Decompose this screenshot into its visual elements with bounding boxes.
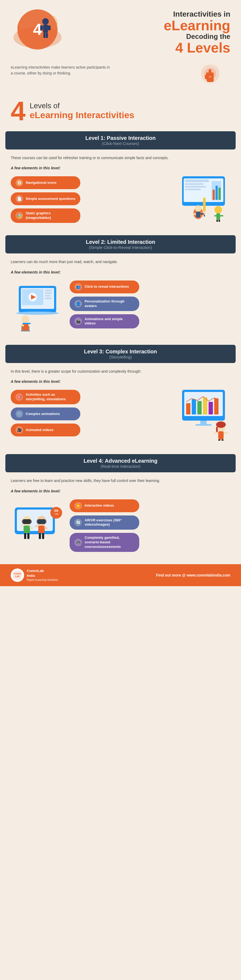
level2-header: Level 2: Limited Interaction (Simple Cli… <box>5 235 236 253</box>
level2-items: 👥 Click to reveal interactions 👤 Persona… <box>70 280 230 329</box>
arvr-icon: 🔄 <box>75 519 82 526</box>
svg-rect-63 <box>197 401 201 414</box>
level2-description: Learners can do much more than just read… <box>0 253 241 267</box>
item-label: Interactive videos <box>85 503 114 508</box>
item-label: Animations and simple videos <box>85 317 135 326</box>
level1-items: 🧭 Navigational icons 📄 Simple assessment… <box>11 176 171 223</box>
header-section: 4 Interactivities in eLearning Decoding … <box>0 0 241 62</box>
level3-items: 🎯 Activities such as storytelling, simul… <box>11 390 171 436</box>
level4-items: ▶️ Interactive videos 🔄 AR/VR exercises … <box>70 500 230 552</box>
svg-rect-68 <box>195 424 212 426</box>
item-label: Static graphics (images/tables) <box>26 211 76 220</box>
svg-rect-27 <box>219 188 220 200</box>
svg-point-3 <box>42 18 49 25</box>
item-label: Navigational icons <box>26 181 57 185</box>
animation-icon: 🎬 <box>75 317 82 325</box>
header-line3: Decoding the <box>70 32 230 41</box>
svg-point-35 <box>195 205 201 212</box>
complex-anim-icon: ⚙️ <box>16 410 23 418</box>
svg-rect-81 <box>22 520 23 523</box>
list-item: 🎬 Animations and simple videos <box>70 314 139 329</box>
svg-text:Lab: Lab <box>15 575 20 578</box>
svg-rect-48 <box>45 292 52 294</box>
svg-rect-93 <box>24 533 26 539</box>
logo-circle: Comm Lab <box>11 568 24 582</box>
list-item: 👤 Personalization through avatars <box>70 297 139 311</box>
level2-content: 👥 Click to reveal interactions 👤 Persona… <box>0 278 241 332</box>
header-line4: 4 Levels <box>70 41 230 55</box>
footer-logo: Comm Lab CommLab India Rapid eLearning S… <box>11 568 58 582</box>
svg-rect-85 <box>37 520 38 523</box>
list-item: 🔄 AR/VR exercises (360° videos/images) <box>70 515 139 530</box>
level1-content: 🧭 Navigational icons 📄 Simple assessment… <box>0 173 241 223</box>
level4-elements-label: A few elements in this level: <box>0 487 241 497</box>
svg-rect-8 <box>46 33 48 38</box>
level4-illustration: 360 °VR <box>11 497 64 551</box>
level3-subtitle: (Storytelling) <box>11 355 230 359</box>
level4-header: Level 4: Advanced eLearning (Real-time I… <box>5 454 236 473</box>
item-label: Simple assessment questions <box>26 197 76 201</box>
svg-rect-47 <box>45 290 52 291</box>
level1-title: Level 1: Passive Interaction <box>11 135 230 141</box>
svg-rect-95 <box>39 533 41 539</box>
svg-point-51 <box>16 312 59 315</box>
svg-text:360: 360 <box>54 509 59 512</box>
svg-rect-49 <box>45 295 50 297</box>
svg-rect-96 <box>42 533 44 539</box>
item-label: Personalization through avatars <box>85 299 135 309</box>
item-label: AR/VR exercises (360° videos/images) <box>85 518 135 527</box>
svg-rect-62 <box>192 399 196 414</box>
svg-text:Comm: Comm <box>14 572 21 575</box>
svg-rect-5 <box>40 25 43 30</box>
svg-text:°VR: °VR <box>54 513 59 515</box>
svg-rect-39 <box>203 198 206 211</box>
level4-subtitle: (Real-time Interaction) <box>11 464 230 469</box>
assessment-icon: 📄 <box>16 195 23 202</box>
svg-point-52 <box>22 316 29 323</box>
svg-rect-6 <box>48 25 51 30</box>
svg-rect-70 <box>218 431 224 439</box>
header-line1: Interactivities in <box>70 10 230 19</box>
level3-description: In this level, there is a greater scope … <box>0 363 241 377</box>
svg-rect-31 <box>220 215 224 216</box>
svg-rect-94 <box>27 533 29 539</box>
svg-rect-29 <box>216 213 220 220</box>
svg-rect-86 <box>45 520 46 523</box>
svg-rect-33 <box>219 220 220 222</box>
storytelling-icon: 🎯 <box>16 393 23 401</box>
svg-rect-30 <box>214 215 217 216</box>
svg-rect-80 <box>22 519 31 524</box>
gamified-icon: 🎮 <box>75 539 82 546</box>
svg-rect-15 <box>207 77 214 82</box>
svg-rect-87 <box>24 526 30 533</box>
svg-rect-25 <box>212 190 215 200</box>
level2-elements-label: A few elements in this level: <box>0 268 241 278</box>
interactive-video-icon: ▶️ <box>75 502 82 509</box>
nav-icon: 🧭 <box>16 179 23 186</box>
big-number-4: 4 <box>11 97 26 124</box>
level4-description: Learners are free to learn and practice … <box>0 473 241 486</box>
level3-illustration <box>177 387 230 442</box>
svg-rect-66 <box>214 398 219 414</box>
svg-rect-58 <box>22 323 30 324</box>
svg-point-71 <box>216 422 226 428</box>
levels-text: Levels of eLearning Interactivities <box>30 102 135 120</box>
header-illustration: 4 <box>11 8 64 56</box>
elearning-interactivities-text: eLearning Interactivities <box>30 110 135 120</box>
list-item: 👥 Click to reveal interactions <box>70 280 139 293</box>
level3-elements-label: A few elements in this level: <box>0 377 241 387</box>
level1-illustration <box>177 173 230 223</box>
list-item: ⚙️ Complex animations <box>11 407 80 420</box>
list-item: ▶️ Interactive videos <box>70 500 139 512</box>
level3-section: Level 3: Complex Interaction (Storytelli… <box>0 345 241 450</box>
svg-point-28 <box>214 206 222 213</box>
list-item: 🖼️ Static graphics (images/tables) <box>11 208 80 223</box>
level4-content: 360 °VR ▶️ Interactive videos 🔄 AR/VR ex… <box>0 497 241 552</box>
logo-name2: India <box>27 573 58 578</box>
level1-elements-label: A few elements in this level: <box>0 164 241 173</box>
graphics-icon: 🖼️ <box>16 212 23 220</box>
svg-rect-76 <box>222 439 224 441</box>
svg-rect-75 <box>218 439 220 441</box>
svg-rect-73 <box>214 432 218 434</box>
level2-subtitle: (Simple Click-to-Reveal Interaction) <box>11 245 230 250</box>
